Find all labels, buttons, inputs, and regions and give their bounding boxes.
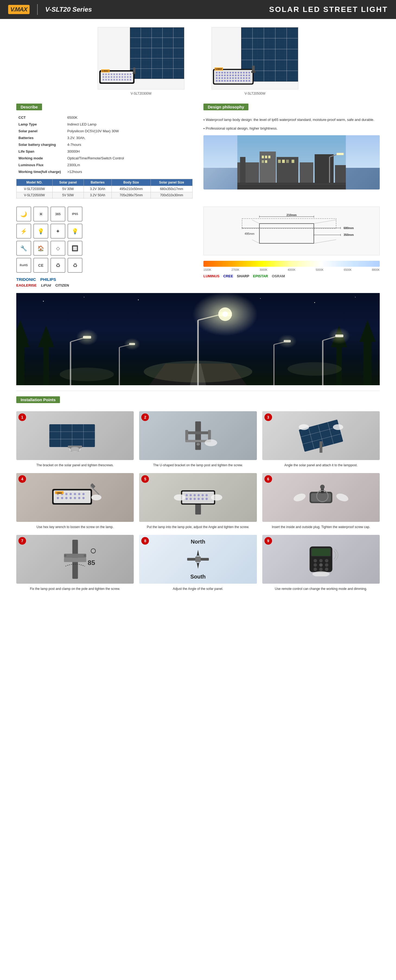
step3-svg — [274, 418, 368, 453]
svg-point-293 — [325, 563, 329, 567]
spec-val-solar: Polysilicon DC5V(10V Max) 30W — [65, 128, 193, 134]
svg-point-99 — [248, 77, 250, 79]
icon-house: 🏠 — [34, 241, 48, 256]
svg-rect-248 — [90, 483, 96, 488]
svg-point-45 — [129, 79, 131, 81]
svg-point-18 — [116, 73, 118, 75]
spec-val-lamp: Indirect LED Lamp — [65, 121, 193, 128]
svg-marker-282 — [196, 562, 200, 569]
install-img-1: 1 — [16, 411, 134, 460]
svg-point-273 — [335, 492, 349, 503]
svg-text:350mm: 350mm — [344, 233, 354, 236]
product-label-1: V-SLT20300W — [131, 92, 151, 95]
svg-point-91 — [227, 77, 228, 79]
ce-icon: CE — [38, 264, 43, 267]
svg-text:V.MAX: V.MAX — [57, 492, 62, 494]
svg-rect-125 — [268, 156, 270, 158]
vmax-logo: V.MAX — [8, 5, 30, 14]
model-cell-1-0: V-SLT20500W — [16, 192, 53, 199]
svg-point-38 — [111, 79, 112, 81]
svg-point-239 — [61, 497, 63, 499]
svg-point-259 — [185, 498, 188, 500]
svg-point-261 — [193, 498, 196, 500]
spec-row-lumen: Luminous Flux 2300Lm — [16, 162, 193, 169]
svg-point-241 — [70, 497, 72, 499]
light2-icon: 💡 — [72, 229, 78, 234]
svg-point-26 — [108, 76, 110, 78]
svg-point-100 — [216, 80, 217, 81]
step6-svg — [274, 480, 368, 514]
svg-point-39 — [113, 79, 115, 81]
brand-row-1: TRIDONIC PHILIPS — [16, 277, 193, 282]
sun-icon: ☀ — [38, 212, 43, 217]
product-item-1: V.MAX V-SLT20300W — [97, 27, 184, 95]
svg-rect-213 — [187, 431, 209, 434]
svg-rect-126 — [262, 160, 264, 163]
install-img-6: 6 — [262, 473, 380, 522]
install-img-5: 5 — [139, 473, 257, 522]
compass-arrow-svg — [182, 549, 214, 570]
model-table: Model NO. Solar panel Batteries Body Siz… — [16, 179, 193, 199]
dimension-cct-section: 210mm 680mm 495mm 350mm — [203, 207, 380, 287]
svg-point-198 — [144, 361, 252, 382]
ip65-icon: IP65 — [72, 213, 78, 216]
spec-val-bat: 3.2V. 30Ah, — [65, 134, 193, 141]
svg-point-102 — [221, 80, 223, 81]
brand-row-2: EAGLERISE LiFUd CITIZEN — [16, 283, 193, 287]
svg-rect-226 — [319, 441, 323, 453]
svg-point-41 — [119, 79, 120, 81]
icon-ip65: IP65 — [67, 207, 83, 221]
svg-point-85 — [246, 75, 248, 76]
cct-5000: 5000K — [316, 268, 324, 271]
svg-point-69 — [238, 72, 239, 73]
svg-point-242 — [74, 497, 76, 499]
brand-logos: TRIDONIC PHILIPS EAGLERISE LiFUd CITIZEN — [16, 277, 193, 287]
svg-point-109 — [240, 80, 242, 81]
svg-point-81 — [235, 75, 236, 76]
svg-point-291 — [313, 563, 317, 567]
building-svg — [203, 135, 380, 189]
svg-point-71 — [243, 72, 245, 73]
design-content: Waterproof lamp body design: the level o… — [203, 114, 380, 192]
design-heading: Design philosophy — [203, 103, 248, 110]
spec-key-mode: Working mode — [16, 155, 65, 162]
spec-row-cct: CCT 6500K — [16, 114, 193, 121]
svg-point-77 — [224, 75, 226, 76]
svg-point-278 — [84, 555, 86, 557]
svg-point-94 — [235, 77, 236, 79]
svg-rect-123 — [262, 156, 264, 158]
rohs-icon: RoHS — [20, 264, 28, 267]
step1-svg — [28, 418, 122, 453]
svg-point-63 — [221, 72, 223, 73]
brand-citizen: CITIZEN — [55, 283, 69, 287]
svg-point-89 — [221, 77, 223, 79]
install-caption-5: Put the lamp into the lamp pole, adjust … — [147, 525, 249, 530]
svg-point-234 — [70, 493, 72, 495]
icon-ce: CE — [34, 258, 48, 273]
cct-2700: 2700K — [232, 268, 240, 271]
svg-point-90 — [224, 77, 226, 79]
svg-point-78 — [227, 75, 228, 76]
svg-point-44 — [127, 79, 129, 81]
svg-point-24 — [102, 76, 104, 78]
svg-point-23 — [129, 73, 131, 75]
moon-icon: 🌙 — [20, 212, 27, 217]
model-row-0: V-SLT20300W 5V 30W 3.2V 30Ah 495x210x50m… — [16, 186, 193, 192]
svg-point-292 — [319, 563, 323, 567]
svg-rect-124 — [265, 156, 267, 158]
star-icon: ✦ — [56, 229, 60, 234]
brand-epistar: EPISTAR — [253, 274, 268, 278]
spec-val-life: 30000H — [65, 148, 193, 155]
cct-section: 1500K 2700K 3000K 4000K 5000K 6500K 8800… — [203, 261, 380, 278]
svg-point-101 — [219, 80, 220, 81]
svg-point-32 — [124, 76, 126, 78]
svg-point-263 — [201, 498, 204, 500]
step-num-2: 2 — [141, 414, 149, 421]
svg-point-266 — [211, 494, 222, 500]
icons-row-4: RoHS CE ♻ ♻ — [16, 258, 193, 273]
svg-point-19 — [119, 73, 120, 75]
svg-point-177 — [124, 338, 140, 350]
svg-point-40 — [116, 79, 118, 81]
model-cell-0-2: 3.2V 30Ah — [83, 186, 112, 192]
spec-row-mode: Working mode Optical/Time/Remote/Switch … — [16, 155, 193, 162]
